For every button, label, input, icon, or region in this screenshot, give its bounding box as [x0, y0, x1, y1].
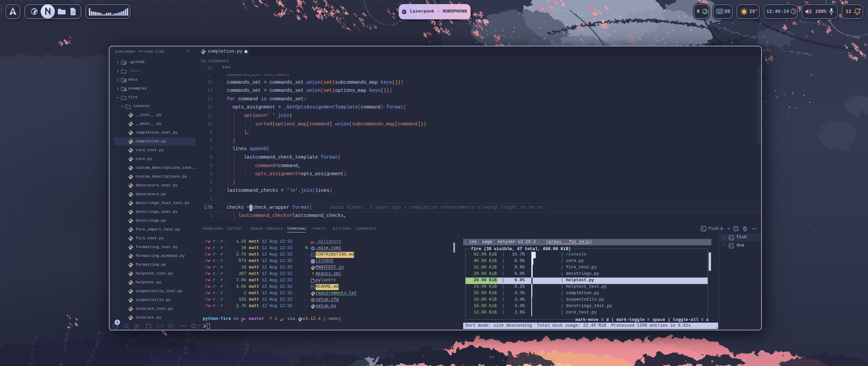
- svg-text:git: git: [311, 241, 314, 244]
